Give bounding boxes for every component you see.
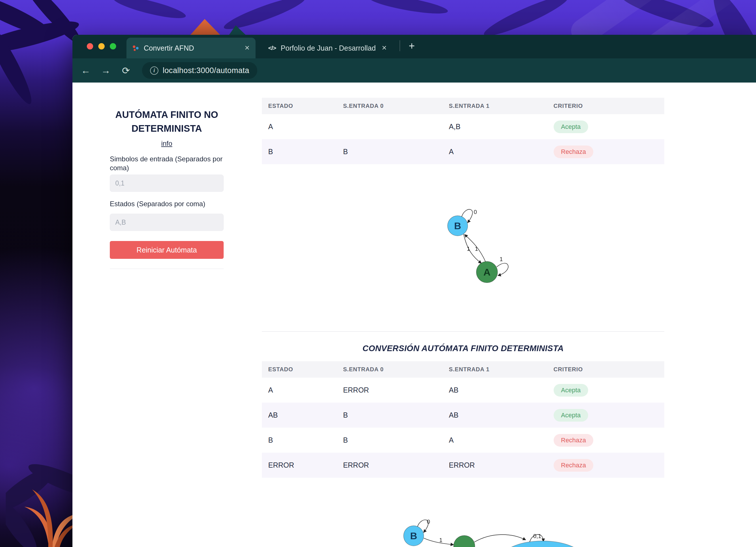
column-header: CRITERIO: [547, 103, 664, 109]
table-header-row: ESTADO S.ENTRADA 0 S.ENTRADA 1 CRITERIO: [262, 361, 664, 378]
status-badge: Acepta: [554, 120, 588, 133]
table-cell: ERROR: [337, 461, 442, 469]
browser-window: Convertir AFND ✕ </> Porfolio de Juan - …: [72, 35, 756, 547]
edge-label: 0: [427, 519, 430, 525]
table-cell: A: [443, 436, 547, 444]
conversion-title: CONVERSIÓN AUTÓMATA FINITO DETERMINISTA: [262, 344, 664, 353]
new-tab-button[interactable]: +: [407, 40, 417, 52]
table-cell: ERROR: [337, 386, 442, 394]
navigation-bar: ← → ⟳ i localhost:3000/automata: [72, 58, 756, 82]
table-cell: B: [262, 147, 337, 156]
status-badge: Rechaza: [554, 145, 594, 158]
nfa-table: ESTADO S.ENTRADA 0 S.ENTRADA 1 CRITERIO …: [262, 98, 664, 164]
page-title: AUTÓMATA FINITO NO DETERMINISTA: [110, 108, 224, 135]
edge-label: 1: [467, 245, 470, 252]
forward-button[interactable]: →: [99, 64, 112, 77]
table-cell: B: [337, 411, 442, 419]
tab-separator: [400, 40, 400, 51]
column-header: CRITERIO: [547, 366, 664, 373]
tab-title: Porfolio de Juan - Desarrollad: [281, 44, 377, 52]
table-cell: A,B: [443, 122, 547, 131]
column-header: S.ENTRADA 0: [337, 366, 442, 373]
reload-button[interactable]: ⟳: [120, 64, 132, 77]
table-cell: ERROR: [443, 461, 547, 469]
node-label: A: [483, 266, 491, 278]
tab-porfolio[interactable]: </> Porfolio de Juan - Desarrollad ✕: [262, 38, 393, 58]
status-badge: Rechaza: [554, 459, 594, 472]
edge-label: 0: [474, 209, 477, 215]
address-bar[interactable]: i localhost:3000/automata: [142, 62, 257, 79]
status-badge: Acepta: [554, 384, 588, 397]
table-header-row: ESTADO S.ENTRADA 0 S.ENTRADA 1 CRITERIO: [262, 98, 664, 114]
table-cell: B: [262, 436, 337, 444]
reset-automaton-button[interactable]: Reiniciar Autómata: [110, 241, 224, 259]
tab-convertir-afnd[interactable]: Convertir AFND ✕: [126, 38, 256, 58]
site-info-icon[interactable]: i: [150, 66, 158, 75]
dfa-graph: 0 1 0,1 B: [388, 516, 612, 547]
table-row: A A,B Acepta: [262, 114, 664, 139]
table-cell: AB: [443, 386, 547, 394]
code-favicon-icon: </>: [268, 45, 276, 51]
tab-title: Convertir AFND: [144, 44, 240, 52]
state-node-a[interactable]: [454, 536, 475, 547]
table-cell: AB: [262, 411, 337, 419]
url-text: localhost:3000/automata: [163, 66, 249, 75]
edge-label: 1: [475, 245, 478, 252]
section-divider: [262, 331, 664, 332]
back-button[interactable]: ←: [79, 64, 92, 77]
column-header: ESTADO: [262, 366, 337, 373]
table-cell: A: [262, 122, 337, 131]
table-cell: B: [337, 436, 442, 444]
table-cell: AB: [443, 411, 547, 419]
states-input[interactable]: [110, 214, 224, 231]
node-label: B: [454, 220, 461, 231]
desktop: Convertir AFND ✕ </> Porfolio de Juan - …: [0, 0, 756, 547]
status-badge: Acepta: [554, 409, 588, 422]
node-label: B: [410, 530, 417, 541]
states-label: Estados (Separados por coma): [110, 200, 224, 208]
status-badge: Rechaza: [554, 434, 594, 447]
dfa-table: ESTADO S.ENTRADA 0 S.ENTRADA 1 CRITERIO …: [262, 361, 664, 478]
state-node-ab[interactable]: [499, 541, 586, 547]
page-content: AUTÓMATA FINITO NO DETERMINISTA info Sim…: [72, 82, 756, 547]
table-cell: ERROR: [262, 461, 337, 469]
table-row: B B A Rechaza: [262, 428, 664, 453]
nfa-graph: 0 1 1 1 B A: [431, 205, 546, 303]
column-header: ESTADO: [262, 103, 337, 109]
table-row: A ERROR AB Acepta: [262, 378, 664, 403]
maximize-window-button[interactable]: [110, 43, 116, 49]
close-tab-icon[interactable]: ✕: [245, 44, 250, 52]
close-tab-icon[interactable]: ✕: [382, 44, 387, 52]
symbols-label: Simbolos de entrada (Separados por coma): [110, 154, 224, 172]
edge-label: 1: [500, 256, 503, 262]
window-controls: [87, 43, 116, 49]
table-cell: A: [262, 386, 337, 394]
column-header: S.ENTRADA 0: [337, 103, 442, 109]
close-window-button[interactable]: [87, 43, 93, 49]
table-row: AB B AB Acepta: [262, 403, 664, 428]
column-header: S.ENTRADA 1: [443, 366, 547, 373]
edge-label: 0,1: [533, 533, 541, 539]
minimize-window-button[interactable]: [98, 43, 105, 49]
symbols-input[interactable]: [110, 174, 224, 192]
table-row: B B A Rechaza: [262, 139, 664, 164]
sidebar-divider: [110, 268, 224, 269]
afnd-favicon-icon: [132, 45, 139, 51]
table-row: ERROR ERROR ERROR Rechaza: [262, 453, 664, 478]
column-header: S.ENTRADA 1: [443, 103, 547, 109]
table-cell: B: [337, 147, 442, 156]
table-cell: A: [443, 147, 547, 156]
info-link[interactable]: info: [110, 139, 224, 147]
edge-label: 1: [439, 537, 442, 543]
tab-strip: Convertir AFND ✕ </> Porfolio de Juan - …: [72, 35, 756, 58]
